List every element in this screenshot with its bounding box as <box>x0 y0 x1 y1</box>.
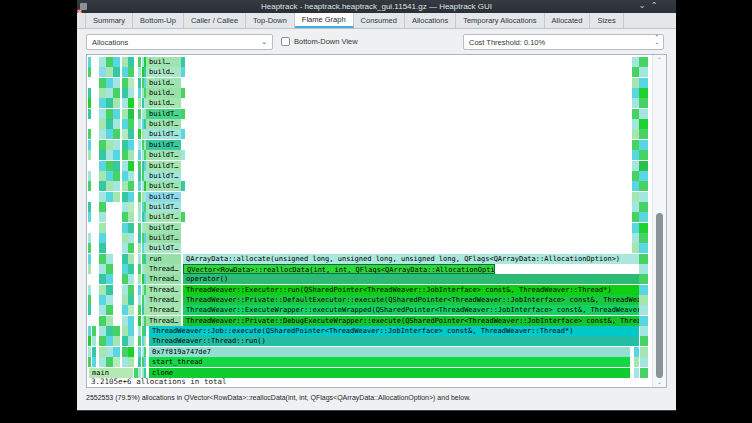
flame-frame[interactable] <box>138 212 141 222</box>
flame-frame[interactable]: Thread… <box>146 316 181 326</box>
flame-frame[interactable] <box>639 181 648 191</box>
flame-frame[interactable] <box>99 181 106 191</box>
flame-frame[interactable] <box>138 295 141 305</box>
flame-frame[interactable] <box>99 347 106 357</box>
flame-frame[interactable] <box>88 295 91 305</box>
flame-frame[interactable] <box>88 336 91 346</box>
flame-graph-canvas[interactable]: buil…build…build…build…build…buildT…buil… <box>86 54 667 388</box>
flame-frame[interactable] <box>138 161 141 171</box>
flame-frame[interactable] <box>639 140 648 150</box>
flame-frame[interactable] <box>632 78 639 88</box>
cost-threshold-spinbox[interactable]: Cost Threshold: 0.10% ⌃⌄ <box>463 34 664 50</box>
flame-frame[interactable] <box>138 67 141 77</box>
flame-frame[interactable] <box>639 98 648 108</box>
flame-frame[interactable] <box>632 129 639 139</box>
flame-frame[interactable] <box>99 109 106 119</box>
flame-frame[interactable] <box>639 192 648 202</box>
flame-frame[interactable] <box>639 202 648 212</box>
flame-frame[interactable] <box>88 140 91 150</box>
flame-frame[interactable] <box>88 357 91 367</box>
scrollbar-down-icon[interactable]: ⌄ <box>653 378 666 386</box>
flame-frame[interactable] <box>640 347 648 357</box>
flame-frame[interactable] <box>632 171 639 181</box>
flame-frame[interactable] <box>92 326 96 336</box>
flame-frame[interactable] <box>128 254 134 264</box>
flame-frame[interactable]: buildT… <box>146 233 181 243</box>
flame-frame[interactable] <box>113 67 120 77</box>
vertical-scrollbar[interactable]: ⌃ ⌄ <box>652 55 666 387</box>
flame-frame[interactable] <box>144 357 146 367</box>
flame-frame[interactable] <box>128 347 134 357</box>
flame-frame[interactable] <box>113 161 120 171</box>
flame-frame[interactable] <box>138 202 141 212</box>
flame-frame[interactable] <box>99 119 106 129</box>
maximize-button[interactable]: ⌃ <box>648 0 660 13</box>
flame-frame[interactable] <box>639 171 648 181</box>
flame-frame[interactable] <box>128 212 134 222</box>
flame-frame[interactable] <box>144 336 146 346</box>
flame-frame[interactable]: buildT… <box>146 192 181 202</box>
flame-frame[interactable] <box>640 368 648 378</box>
flame-frame[interactable] <box>632 150 639 160</box>
flame-frame[interactable]: QVector<RowData>::reallocData(int, int, … <box>183 264 495 274</box>
flame-frame[interactable] <box>106 305 113 315</box>
flame-frame[interactable] <box>99 78 106 88</box>
flame-frame[interactable] <box>128 264 134 274</box>
flame-frame[interactable] <box>138 316 141 326</box>
flame-frame[interactable] <box>99 57 106 67</box>
flame-frame[interactable]: build… <box>146 78 181 88</box>
flame-frame[interactable] <box>128 285 134 295</box>
flame-frame[interactable] <box>181 181 185 191</box>
flame-frame[interactable] <box>106 295 113 305</box>
flame-frame[interactable]: QArrayData::allocate(unsigned long, unsi… <box>183 254 639 264</box>
flame-frame[interactable] <box>138 129 141 139</box>
flame-frame[interactable] <box>639 88 648 98</box>
flame-frame[interactable] <box>639 285 648 295</box>
flame-frame[interactable] <box>106 171 113 181</box>
flame-frame[interactable]: build… <box>146 98 181 108</box>
tab-temporary-allocations[interactable]: Temporary Allocations <box>456 13 544 28</box>
flame-frame[interactable] <box>640 357 648 367</box>
flame-frame[interactable] <box>128 357 134 367</box>
flame-frame[interactable]: ThreadWeaver::Private::DebugExecuteWrapp… <box>183 316 639 326</box>
flame-frame[interactable] <box>113 140 120 150</box>
flame-frame[interactable] <box>106 129 113 139</box>
flame-frame[interactable]: start_thread <box>149 357 630 367</box>
flame-frame[interactable] <box>144 347 146 357</box>
flame-frame[interactable] <box>138 109 141 119</box>
flame-frame[interactable] <box>88 243 91 253</box>
flame-frame[interactable] <box>128 140 134 150</box>
flame-frame[interactable]: operator() <box>183 274 639 284</box>
flame-frame[interactable] <box>88 285 91 295</box>
flame-frame[interactable] <box>106 57 113 67</box>
flame-frame[interactable] <box>88 129 91 139</box>
flame-frame[interactable] <box>88 98 91 108</box>
flame-frame[interactable] <box>88 264 91 274</box>
flame-frame[interactable] <box>639 78 648 88</box>
flame-frame[interactable] <box>138 326 141 336</box>
scrollbar-thumb[interactable] <box>656 213 663 378</box>
flame-frame[interactable] <box>632 140 639 150</box>
flame-frame[interactable] <box>99 223 106 233</box>
flame-frame[interactable] <box>106 274 113 284</box>
flame-frame[interactable]: buildT… <box>146 202 181 212</box>
flame-frame[interactable] <box>128 129 134 139</box>
title-bar[interactable]: Heaptrack - heaptrack.heaptrack_gui.1154… <box>77 0 676 13</box>
flame-frame[interactable] <box>99 243 106 253</box>
flame-frame[interactable] <box>639 212 648 222</box>
flame-frame[interactable] <box>106 109 113 119</box>
flame-frame[interactable] <box>632 161 639 171</box>
flame-frame[interactable] <box>99 192 106 202</box>
flame-frame[interactable] <box>639 109 648 119</box>
flame-frame[interactable] <box>99 305 106 315</box>
flame-frame[interactable] <box>632 181 639 191</box>
flame-frame[interactable] <box>106 264 113 274</box>
flame-frame[interactable] <box>138 181 141 191</box>
flame-frame[interactable] <box>106 347 113 357</box>
flame-frame[interactable] <box>88 181 91 191</box>
flame-frame[interactable] <box>128 78 134 88</box>
flame-frame[interactable] <box>632 57 639 67</box>
flame-frame[interactable] <box>113 181 120 191</box>
flame-frame[interactable] <box>106 254 113 264</box>
flame-frame[interactable] <box>632 223 639 233</box>
